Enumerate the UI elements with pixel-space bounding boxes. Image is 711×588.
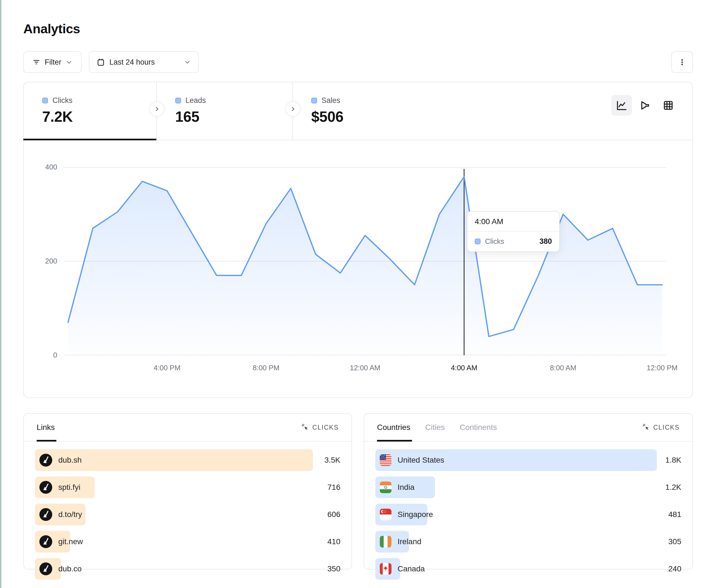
y-axis-label: 200	[26, 257, 57, 266]
link-row[interactable]: dub.co350	[35, 558, 340, 580]
y-axis-label: 400	[26, 163, 57, 172]
filter-icon	[32, 58, 41, 66]
stats-tabs: Clicks 7.2K Leads 165 Sales $506	[24, 82, 692, 140]
country-label: Singapore	[397, 510, 433, 519]
country-label: Canada	[397, 564, 425, 573]
tooltip-legend-swatch	[475, 239, 480, 244]
tooltip-series-label: Clicks	[485, 237, 504, 246]
link-row[interactable]: git.new410	[35, 531, 340, 552]
line-chart-view-button[interactable]	[611, 95, 632, 116]
stat-label: Sales	[322, 96, 340, 105]
flag-ca-icon	[380, 563, 391, 575]
y-axis-label: 0	[26, 351, 57, 359]
country-label: Ireland	[397, 537, 422, 546]
cursor-click-icon	[301, 423, 309, 432]
country-label: India	[397, 483, 414, 492]
clicks-area-chart[interactable]	[64, 167, 666, 355]
flag-ie-icon	[380, 536, 391, 547]
tab-links[interactable]: Links	[37, 414, 55, 441]
flag-in-icon	[380, 481, 391, 493]
clicks-count: 481	[668, 510, 681, 519]
dub-logo-icon	[39, 535, 52, 548]
calendar-icon	[96, 58, 105, 66]
toolbar: Filter Last 24 hours	[23, 51, 693, 73]
stat-value: 165	[175, 108, 292, 125]
date-range-label: Last 24 hours	[109, 58, 155, 67]
countries-metric-selector[interactable]: CLICKS	[642, 423, 680, 432]
links-metric-selector[interactable]: CLICKS	[301, 423, 339, 432]
x-axis-label: 4:00 AM	[442, 364, 487, 372]
clicks-count: 240	[668, 564, 681, 573]
sales-legend-swatch	[311, 98, 317, 104]
link-label: git.new	[58, 537, 83, 546]
tab-leads[interactable]: Leads 165	[157, 82, 293, 140]
leads-legend-swatch	[175, 98, 181, 104]
clicks-count: 606	[327, 510, 340, 519]
stat-label: Clicks	[52, 96, 72, 105]
clicks-count: 3.5K	[324, 456, 340, 465]
link-label: dub.co	[58, 564, 82, 573]
link-row[interactable]: spti.fyi716	[35, 476, 340, 498]
tab-clicks[interactable]: Clicks 7.2K	[24, 82, 157, 140]
tab-continents[interactable]: Continents	[460, 414, 497, 441]
clicks-count: 410	[327, 537, 340, 546]
dub-logo-icon	[39, 454, 52, 467]
links-metric-label: CLICKS	[312, 424, 339, 431]
cursor-click-icon	[642, 423, 650, 432]
area-fill	[68, 177, 662, 355]
stat-value: 7.2K	[42, 108, 156, 125]
flag-sg-icon	[380, 509, 391, 520]
clicks-count: 716	[327, 483, 340, 492]
chevron-down-icon	[184, 59, 191, 66]
links-panel: Links CLICKS dub.sh3.5Kspti.fyi716d.to/t…	[23, 413, 352, 569]
chart-tooltip: 4:00 AM Clicks 380	[467, 211, 560, 252]
tooltip-value: 380	[539, 237, 552, 246]
dub-logo-icon	[39, 481, 52, 494]
x-axis-label: 12:00 AM	[343, 364, 387, 372]
more-options-button[interactable]	[671, 51, 693, 73]
country-row[interactable]: Singapore481	[375, 504, 681, 525]
country-row[interactable]: India1.2K	[375, 476, 681, 498]
country-label: United States	[397, 456, 444, 465]
page-title: Analytics	[23, 21, 80, 36]
clicks-count: 305	[668, 537, 681, 546]
analytics-page: Analytics Filter Last 24 hours	[0, 0, 711, 588]
kebab-menu-icon	[678, 58, 686, 66]
countries-panel: Countries Cities Continents CLICKS Unite…	[364, 413, 693, 569]
clicks-count: 1.8K	[665, 456, 681, 465]
dub-logo-icon	[39, 563, 52, 575]
x-axis-label: 4:00 PM	[145, 364, 189, 372]
clicks-count: 1.2K	[665, 483, 681, 492]
link-label: d.to/try	[58, 510, 82, 519]
tab-countries[interactable]: Countries	[377, 414, 410, 441]
dub-logo-icon	[39, 508, 52, 521]
expand-leads-button[interactable]	[285, 101, 301, 117]
clicks-count: 350	[327, 564, 340, 573]
table-view-button[interactable]	[658, 95, 678, 116]
x-axis-label: 8:00 AM	[541, 364, 585, 372]
country-row[interactable]: Ireland305	[375, 531, 681, 552]
date-range-button[interactable]: Last 24 hours	[89, 51, 199, 73]
link-row[interactable]: dub.sh3.5K	[35, 449, 340, 471]
filter-button[interactable]: Filter	[23, 51, 82, 73]
filter-label: Filter	[45, 58, 61, 67]
link-row[interactable]: d.to/try606	[35, 504, 340, 525]
country-row[interactable]: Canada240	[375, 558, 681, 580]
link-label: spti.fyi	[58, 483, 80, 492]
analytics-chart-card: Clicks 7.2K Leads 165 Sales $506	[23, 82, 693, 398]
line-chart-icon	[616, 99, 627, 111]
x-axis-label: 12:00 PM	[640, 364, 684, 372]
flag-us-icon	[380, 454, 391, 466]
table-grid-icon	[663, 99, 674, 111]
countries-metric-label: CLICKS	[653, 424, 680, 431]
expand-clicks-button[interactable]	[149, 101, 165, 117]
country-row[interactable]: United States1.8K	[375, 449, 681, 471]
chevron-down-icon	[66, 59, 73, 66]
funnel-view-button[interactable]	[635, 95, 655, 116]
chevron-right-icon	[153, 106, 160, 112]
countries-list: United States1.8KIndia1.2KSingapore481Ir…	[364, 442, 692, 580]
funnel-chart-icon	[639, 99, 651, 111]
link-label: dub.sh	[58, 456, 82, 465]
tab-cities[interactable]: Cities	[425, 414, 445, 441]
chart-view-toggles	[611, 95, 678, 116]
